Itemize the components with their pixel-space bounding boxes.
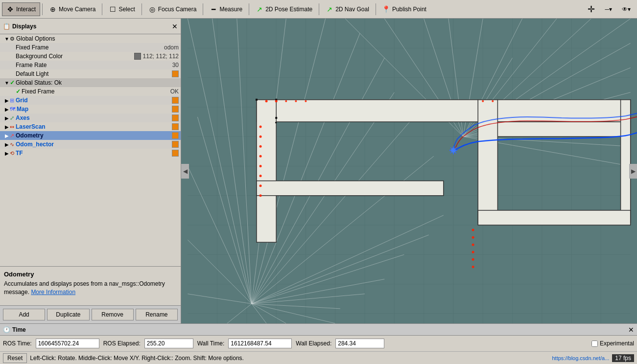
- 2d-nav-button[interactable]: ↗ 2D Nav Goal: [321, 2, 374, 16]
- focus-camera-icon: ◎: [148, 5, 156, 13]
- default-light-item[interactable]: Default Light: [0, 69, 181, 78]
- background-color-item[interactable]: Background Color 112; 112; 112: [0, 52, 181, 61]
- url-text: https://blog.csdn.net/a...: [552, 355, 610, 361]
- displays-icon: 📋: [3, 23, 10, 30]
- axes-label: Axes: [16, 114, 172, 121]
- eye-button[interactable]: 👁▾: [617, 2, 635, 16]
- select-button[interactable]: ☐ Select: [104, 2, 139, 16]
- svg-point-102: [451, 148, 456, 153]
- fixed-frame-label: Fixed Frame: [16, 44, 164, 51]
- add-button[interactable]: Add: [3, 309, 45, 320]
- gear-icon: ⚙: [10, 36, 15, 42]
- main-area: 📋 Displays ✕ ▼ ⚙ Global Options Fixed Fr…: [0, 19, 637, 323]
- axes-checkbox[interactable]: [172, 114, 179, 121]
- separator: [376, 3, 376, 15]
- grid-item[interactable]: ▶ ⊞ Grid: [0, 96, 181, 105]
- map-label: Map: [17, 106, 172, 113]
- buttons-row: Add Duplicate Remove Rename: [0, 305, 181, 323]
- ros-time-input[interactable]: [36, 339, 99, 348]
- odom-hector-label: Odom_hector: [16, 141, 172, 148]
- move-camera-icon: ⊕: [49, 5, 57, 13]
- ros-elapsed-input[interactable]: [144, 339, 193, 348]
- wall-time-label: Wall Time:: [197, 340, 225, 347]
- odom-hector-checkbox[interactable]: [172, 141, 179, 148]
- tree-area[interactable]: ▼ ⚙ Global Options Fixed Frame odom Back…: [0, 34, 181, 266]
- 2d-nav-icon: ↗: [326, 5, 333, 13]
- publish-point-button[interactable]: 📍 Publish Point: [378, 2, 431, 16]
- wall-time-input[interactable]: [228, 339, 292, 348]
- info-panel: Odometry Accumulates and displays poses …: [0, 266, 181, 305]
- displays-header: 📋 Displays ✕: [0, 19, 181, 34]
- svg-rect-70: [478, 100, 497, 223]
- default-light-label: Default Light: [16, 70, 172, 77]
- map-checkbox[interactable]: [172, 106, 179, 113]
- laserscan-checkbox[interactable]: [172, 123, 179, 130]
- separator: [142, 3, 142, 15]
- left-panel: 📋 Displays ✕ ▼ ⚙ Global Options Fixed Fr…: [0, 19, 181, 323]
- svg-point-81: [260, 165, 262, 167]
- viewport-right-arrow[interactable]: ▶: [629, 164, 637, 179]
- svg-point-80: [260, 155, 262, 158]
- crosshair-button[interactable]: ✛: [583, 2, 599, 16]
- odometry-item[interactable]: ▶ ↗ Odometry: [0, 131, 181, 140]
- time-close-button[interactable]: ✕: [628, 326, 634, 334]
- expand-arrow-grid: ▶: [4, 98, 10, 103]
- status-check-icon: ✓: [10, 79, 15, 86]
- svg-point-89: [305, 100, 307, 102]
- viewport[interactable]: ◀ ▶: [181, 19, 637, 323]
- svg-point-85: [265, 100, 268, 102]
- svg-point-92: [472, 244, 474, 246]
- odometry-label: Odometry: [16, 132, 172, 139]
- tf-item[interactable]: ▶ ⟲ TF: [0, 149, 181, 158]
- measure-button[interactable]: ━ Measure: [205, 2, 247, 16]
- axes-item[interactable]: ▶ ⤢ Axes: [0, 114, 181, 122]
- info-link[interactable]: More Information: [31, 289, 75, 296]
- svg-point-91: [472, 236, 474, 239]
- global-status-item[interactable]: ▼ ✓ Global Status: Ok: [0, 78, 181, 87]
- rename-button[interactable]: Rename: [136, 309, 178, 320]
- svg-point-95: [472, 266, 474, 268]
- info-title: Odometry: [4, 271, 177, 278]
- 2d-pose-icon: ↗: [256, 5, 263, 13]
- odometry-checkbox[interactable]: [172, 132, 179, 139]
- expand-arrow-map: ▶: [4, 107, 10, 112]
- grid-checkbox[interactable]: [172, 97, 179, 104]
- interact-button[interactable]: ✥ Interact: [2, 2, 40, 16]
- info-desc: Accumulates and displays poses from a na…: [4, 280, 177, 296]
- 2d-pose-button[interactable]: ↗ 2D Pose Estimate: [251, 2, 317, 16]
- status-check-icon2: ✓: [16, 88, 21, 95]
- ros-time-label: ROS Time:: [3, 340, 32, 347]
- statusbar: 🕐 Time ✕ ROS Time: ROS Elapsed: Wall Tim…: [0, 323, 637, 364]
- frame-rate-label: Frame Rate: [16, 62, 172, 68]
- svg-point-87: [285, 100, 287, 102]
- minus-button[interactable]: ─▾: [600, 2, 616, 16]
- tf-checkbox[interactable]: [172, 150, 179, 157]
- separator: [203, 3, 203, 15]
- default-light-checkbox[interactable]: [172, 70, 179, 77]
- focus-camera-button[interactable]: ◎ Focus Camera: [144, 2, 201, 16]
- svg-rect-71: [621, 100, 631, 223]
- reset-button[interactable]: Reset: [3, 353, 27, 363]
- svg-point-77: [260, 126, 262, 128]
- experimental-row: Experimental: [591, 340, 634, 347]
- laserscan-item[interactable]: ▶ ↭ LaserScan: [0, 122, 181, 131]
- odom-hector-item[interactable]: ▶ ∿ Odom_hector: [0, 140, 181, 149]
- expand-arrow-axes: ▶: [4, 115, 10, 121]
- global-status-label: Global Status: Ok: [16, 79, 181, 86]
- time-title: 🕐 Time: [3, 326, 26, 333]
- svg-rect-72: [478, 210, 631, 225]
- viewport-left-arrow[interactable]: ◀: [181, 164, 189, 179]
- odom-hector-icon: ∿: [10, 141, 14, 148]
- frame-rate-item[interactable]: Frame Rate 30: [0, 61, 181, 69]
- global-options-item[interactable]: ▼ ⚙ Global Options: [0, 34, 181, 43]
- duplicate-button[interactable]: Duplicate: [47, 309, 89, 320]
- displays-close-button[interactable]: ✕: [172, 23, 178, 30]
- remove-button[interactable]: Remove: [92, 309, 134, 320]
- map-item[interactable]: ▶ 🗺 Map: [0, 105, 181, 114]
- move-camera-button[interactable]: ⊕ Move Camera: [45, 2, 100, 16]
- wall-elapsed-input[interactable]: [335, 339, 384, 348]
- separator: [319, 3, 319, 15]
- status-fixed-frame-item[interactable]: ✓ Fixed Frame OK: [0, 87, 181, 96]
- experimental-checkbox[interactable]: [591, 341, 598, 347]
- fixed-frame-item[interactable]: Fixed Frame odom: [0, 43, 181, 52]
